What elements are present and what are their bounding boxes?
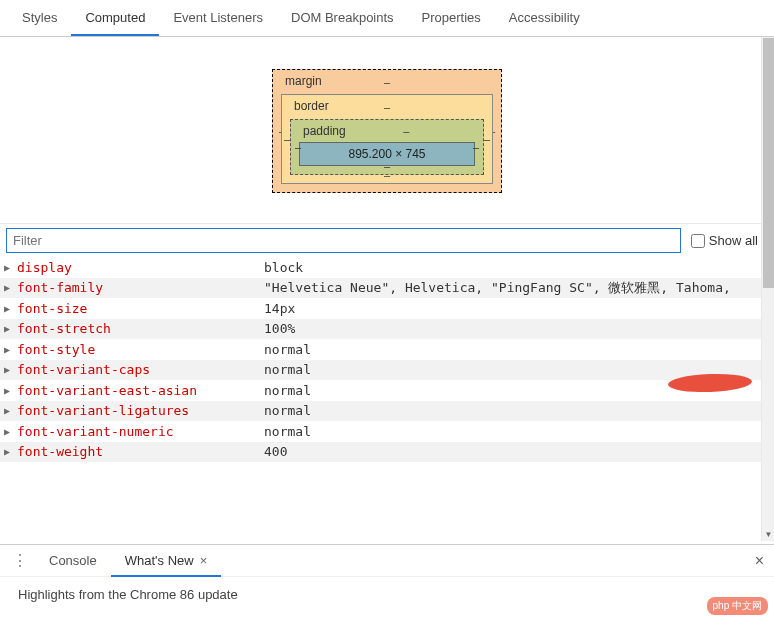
property-value: block	[264, 260, 774, 275]
drawer-tab-whatsnew-label: What's New	[125, 553, 194, 568]
property-value: "Helvetica Neue", Helvetica, "PingFang S…	[264, 279, 774, 297]
property-value: 100%	[264, 321, 774, 336]
expand-icon[interactable]: ▶	[4, 446, 17, 457]
expand-icon[interactable]: ▶	[4, 282, 17, 293]
property-name: font-stretch	[17, 321, 264, 336]
expand-icon[interactable]: ▶	[4, 303, 17, 314]
watermark-badge: php 中文网	[707, 597, 768, 615]
drawer-tablist: ⋮ Console What's New × ×	[0, 545, 774, 577]
drawer-close-icon[interactable]: ×	[755, 552, 764, 570]
drawer-tab-whatsnew[interactable]: What's New ×	[111, 545, 222, 576]
property-row[interactable]: ▶ font-stretch 100%	[0, 319, 774, 340]
margin-top-value[interactable]: –	[384, 76, 390, 88]
property-row[interactable]: ▶ font-variant-caps normal	[0, 360, 774, 381]
whatsnew-headline: Highlights from the Chrome 86 update	[18, 587, 238, 602]
expand-icon[interactable]: ▶	[4, 364, 17, 375]
border-top-value[interactable]: –	[384, 101, 390, 113]
vertical-scrollbar[interactable]: ▼	[761, 37, 774, 541]
property-name: font-variant-east-asian	[17, 383, 264, 398]
drawer-content: Highlights from the Chrome 86 update	[0, 577, 774, 617]
tab-event-listeners[interactable]: Event Listeners	[159, 0, 277, 36]
property-name: font-variant-caps	[17, 362, 264, 377]
box-model-border[interactable]: border – – – – padding – – – – 895.200 ×…	[281, 94, 493, 184]
show-all-checkbox[interactable]	[691, 234, 705, 248]
close-tab-icon[interactable]: ×	[200, 553, 208, 568]
property-name: font-family	[17, 280, 264, 295]
property-value: normal	[264, 424, 774, 439]
property-row[interactable]: ▶ font-variant-ligatures normal	[0, 401, 774, 422]
padding-right-value[interactable]: –	[473, 141, 479, 153]
padding-label: padding	[303, 124, 346, 138]
expand-icon[interactable]: ▶	[4, 385, 17, 396]
property-name: font-size	[17, 301, 264, 316]
border-right-value[interactable]: –	[484, 133, 490, 145]
computed-panel: margin – – – – border – – – – padding – …	[0, 37, 774, 541]
tab-accessibility[interactable]: Accessibility	[495, 0, 594, 36]
tab-styles[interactable]: Styles	[8, 0, 71, 36]
expand-icon[interactable]: ▶	[4, 262, 17, 273]
tab-computed[interactable]: Computed	[71, 0, 159, 36]
drawer-tab-console[interactable]: Console	[35, 545, 111, 576]
property-value: normal	[264, 342, 774, 357]
computed-properties-list: ▶ display block ▶ font-family "Helvetica…	[0, 257, 774, 462]
more-icon[interactable]: ⋮	[4, 551, 35, 570]
expand-icon[interactable]: ▶	[4, 323, 17, 334]
property-row[interactable]: ▶ font-variant-numeric normal	[0, 421, 774, 442]
expand-icon[interactable]: ▶	[4, 426, 17, 437]
drawer-tab-console-label: Console	[49, 553, 97, 568]
property-value: 14px	[264, 301, 774, 316]
property-row[interactable]: ▶ font-size 14px	[0, 298, 774, 319]
scrollbar-thumb[interactable]	[763, 38, 774, 288]
padding-top-value[interactable]: –	[403, 125, 409, 137]
expand-icon[interactable]: ▶	[4, 405, 17, 416]
margin-label: margin	[285, 74, 322, 88]
property-row[interactable]: ▶ display block	[0, 257, 774, 278]
property-row[interactable]: ▶ font-variant-east-asian normal	[0, 380, 774, 401]
property-row[interactable]: ▶ font-family "Helvetica Neue", Helvetic…	[0, 278, 774, 299]
padding-bottom-value[interactable]: –	[384, 160, 390, 172]
property-name: font-weight	[17, 444, 264, 459]
tab-properties[interactable]: Properties	[408, 0, 495, 36]
property-name: font-variant-numeric	[17, 424, 264, 439]
show-all-label-text: Show all	[709, 233, 758, 248]
property-name: font-variant-ligatures	[17, 403, 264, 418]
property-value: 400	[264, 444, 774, 459]
expand-icon[interactable]: ▶	[4, 344, 17, 355]
property-row[interactable]: ▶ font-style normal	[0, 339, 774, 360]
property-name: display	[17, 260, 264, 275]
padding-left-value[interactable]: –	[295, 141, 301, 153]
filter-input[interactable]	[6, 228, 681, 253]
box-model-diagram: margin – – – – border – – – – padding – …	[0, 37, 774, 223]
border-label: border	[294, 99, 329, 113]
property-value: normal	[264, 403, 774, 418]
tab-dom-breakpoints[interactable]: DOM Breakpoints	[277, 0, 408, 36]
drawer-panel: ⋮ Console What's New × × Highlights from…	[0, 544, 774, 617]
scroll-down-icon[interactable]: ▼	[762, 528, 774, 541]
show-all-toggle[interactable]: Show all	[691, 233, 758, 248]
property-name: font-style	[17, 342, 264, 357]
elements-subtabs: Styles Computed Event Listeners DOM Brea…	[0, 0, 774, 37]
filter-row: Show all	[0, 223, 774, 257]
property-row[interactable]: ▶ font-weight 400	[0, 442, 774, 463]
box-model-padding[interactable]: padding – – – – 895.200 × 745	[290, 119, 484, 175]
box-model-margin[interactable]: margin – – – – border – – – – padding – …	[272, 69, 502, 193]
